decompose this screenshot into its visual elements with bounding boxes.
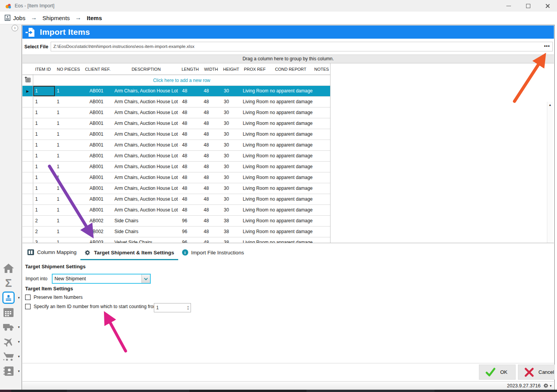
file-path-input[interactable]: Z:\EosDocs\static\html\import-instructio…	[51, 42, 553, 51]
breadcrumb-shipments[interactable]: Shipments	[43, 15, 70, 21]
cell[interactable]: 30	[221, 194, 241, 205]
cell[interactable]: 48	[201, 172, 221, 183]
cell[interactable]: 1	[55, 107, 80, 118]
table-row[interactable]: 11AB001Arm Chairs, Auction House Lot 414…	[22, 107, 330, 118]
cell[interactable]: 1	[33, 140, 55, 150]
import-into-select[interactable]: New Shipment	[52, 274, 151, 284]
cell[interactable]: no apparent damage	[268, 97, 313, 107]
cell[interactable]: 1	[33, 129, 55, 140]
cell[interactable]: 1	[33, 205, 55, 215]
cell[interactable]: 30	[221, 118, 241, 129]
cell[interactable]	[313, 194, 330, 205]
table-row[interactable]: 11AB001Arm Chairs, Auction House Lot 504…	[22, 205, 330, 216]
table-row[interactable]: 11AB001Arm Chairs, Auction House Lot 474…	[22, 172, 330, 183]
table-row[interactable]: 11AB001Arm Chairs, Auction House Lot 424…	[22, 118, 330, 129]
cell[interactable]: 96	[179, 237, 201, 243]
cell[interactable]: 48	[179, 194, 201, 205]
tab-target-shipment-item-settings[interactable]: Target Shipment & Item Settings	[80, 247, 178, 260]
cell[interactable]: 1	[33, 183, 55, 194]
cell[interactable]: Side Chairs	[113, 227, 179, 237]
cell[interactable]: no apparent damage	[268, 86, 313, 96]
cell[interactable]: Living Room	[241, 237, 268, 243]
cell[interactable]: Living Room	[241, 216, 268, 226]
column-header[interactable]: DESCRIPTION	[113, 67, 179, 72]
column-header[interactable]: CLIENT REF.	[80, 67, 113, 72]
cell[interactable]: AB001	[80, 97, 113, 107]
column-header[interactable]: WIDTH	[201, 67, 221, 72]
cell[interactable]: 1	[55, 227, 80, 237]
cell[interactable]: no apparent damage	[268, 151, 313, 161]
cell[interactable]	[313, 97, 330, 107]
column-header[interactable]: NO PIECES	[55, 67, 80, 72]
cell[interactable]: AB001	[80, 205, 113, 215]
table-row[interactable]: 11AB001Arm Chairs, Auction House Lot 494…	[22, 194, 330, 205]
sidebar-item-international[interactable]: ▾	[0, 334, 22, 349]
close-button[interactable]	[538, 0, 557, 12]
cell[interactable]: 48	[201, 140, 221, 150]
cell[interactable]: 1	[55, 118, 80, 129]
cell[interactable]: 48	[179, 107, 201, 118]
ok-button[interactable]: OK	[479, 365, 516, 380]
cell[interactable]: 1	[33, 172, 55, 183]
column-header[interactable]: COND REPORT	[268, 67, 313, 72]
add-row-link[interactable]: Click here to add a new row	[33, 78, 330, 83]
breadcrumb-items[interactable]: Items	[87, 15, 102, 21]
chevron-down-icon[interactable]: ▾	[18, 355, 20, 358]
cell[interactable]	[313, 205, 330, 215]
cell[interactable]: 48	[201, 216, 221, 226]
table-row[interactable]: 11AB001Arm Chairs, Auction House Lot 444…	[22, 140, 330, 151]
cell[interactable]: Living Room	[241, 97, 268, 107]
cell[interactable]	[313, 107, 330, 118]
cell[interactable]: Living Room	[241, 151, 268, 161]
cell[interactable]	[313, 237, 330, 243]
chevron-down-icon[interactable]: ▾	[550, 384, 552, 388]
cell[interactable]: 96	[179, 216, 201, 226]
cell[interactable]: Arm Chairs, Auction House Lot 44	[113, 140, 179, 150]
cell[interactable]: no apparent damage	[268, 129, 313, 140]
cell[interactable]	[313, 172, 330, 183]
cell[interactable]: Living Room	[241, 129, 268, 140]
breadcrumb-jobs[interactable]: Jobs	[13, 15, 26, 21]
column-header[interactable]: NOTES	[313, 67, 330, 72]
spin-down-icon[interactable]: ▼	[187, 308, 189, 310]
tab-import-file-instructions[interactable]: i Import File Instructions	[178, 247, 248, 259]
cell[interactable]: 1	[55, 205, 80, 215]
cell[interactable]: no apparent damage	[268, 194, 313, 205]
cell[interactable]: Living Room	[241, 107, 268, 118]
cell[interactable]: 48	[201, 162, 221, 172]
cell[interactable]: 30	[221, 86, 241, 96]
table-row[interactable]: 21AB002Side Chairs964838Living Roomno ap…	[22, 216, 330, 227]
cell[interactable]: no apparent damage	[268, 107, 313, 118]
sidebar-item-local-moves[interactable]: ▾	[0, 320, 22, 334]
table-row[interactable]: 11AB001Arm Chairs, Auction House Lot 404…	[22, 97, 330, 107]
cell[interactable]: 1	[33, 162, 55, 172]
maximize-button[interactable]	[518, 0, 538, 12]
cell[interactable]: 30	[221, 205, 241, 215]
cell[interactable]	[313, 183, 330, 194]
cell[interactable]	[313, 216, 330, 226]
cell[interactable]: 48	[179, 172, 201, 183]
expand-panel-button[interactable]: ›	[12, 25, 18, 31]
cell[interactable]	[313, 140, 330, 150]
cell[interactable]: Living Room	[241, 140, 268, 150]
cell[interactable]: no apparent damage	[268, 205, 313, 215]
column-header[interactable]: PROX REF	[241, 67, 268, 72]
cell[interactable]: no apparent damage	[268, 227, 313, 237]
scroll-up-icon[interactable]: ▲	[547, 103, 553, 107]
column-header[interactable]: HEIGHT	[221, 67, 241, 72]
cancel-button[interactable]: Cancel	[518, 365, 555, 380]
preserve-item-numbers-checkbox[interactable]	[25, 295, 31, 300]
cell[interactable]: 48	[201, 205, 221, 215]
chevron-down-icon[interactable]: ▾	[18, 369, 20, 373]
cell[interactable]: 30	[221, 107, 241, 118]
cell[interactable]: 48	[179, 205, 201, 215]
cell[interactable]	[313, 129, 330, 140]
cell[interactable]: 48	[179, 140, 201, 150]
cell[interactable]: 38	[221, 227, 241, 237]
cell[interactable]: 48	[179, 129, 201, 140]
sidebar-item-contacts[interactable]: ▾	[0, 364, 22, 378]
cell[interactable]: 30	[221, 129, 241, 140]
sidebar-item-jobs[interactable]: ▾	[0, 290, 22, 305]
cell[interactable]: 48	[201, 107, 221, 118]
cell[interactable]: Arm Chairs, Auction House Lot 47	[113, 172, 179, 183]
